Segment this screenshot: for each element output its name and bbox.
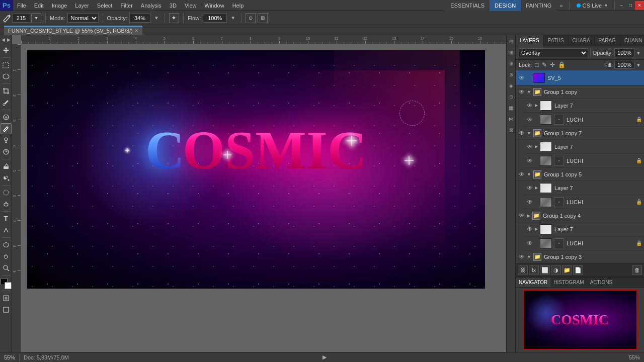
quick-mask-tool[interactable]	[1, 293, 12, 304]
workspace-painting[interactable]: PAINTING	[521, 0, 556, 11]
lock-all[interactable]: 🔒	[558, 61, 566, 68]
side-icon-9[interactable]: ⊠	[507, 126, 515, 134]
heal-tool[interactable]	[1, 112, 12, 123]
flow-input[interactable]	[203, 14, 227, 23]
path-tool[interactable]	[1, 225, 12, 236]
airbrush-toggle[interactable]: ✦	[169, 13, 179, 23]
side-icon-5[interactable]: ◈	[507, 81, 515, 89]
window-minimize[interactable]: –	[617, 1, 626, 10]
lock-transparent[interactable]: □	[535, 61, 538, 68]
side-icon-8[interactable]: ⋈	[507, 115, 515, 123]
layer-layer7a[interactable]: 👁 ▶ Layer 7	[524, 99, 644, 113]
expand-group1copy7[interactable]: ▼	[527, 131, 531, 136]
sub-tab-histogram[interactable]: HISTOGRAM	[550, 278, 587, 287]
menu-image[interactable]: Image	[48, 0, 71, 11]
expand-group1copy[interactable]: ▼	[527, 89, 531, 95]
dodge-tool[interactable]	[1, 199, 12, 210]
eye-luchi2[interactable]: 👁	[526, 157, 534, 165]
layer-luchi2[interactable]: 👁 ▪ LUCHI 🔒	[524, 154, 644, 168]
menu-help[interactable]: Help	[228, 0, 248, 11]
layer-group-btn[interactable]: 📁	[562, 265, 572, 275]
layer-luchi4[interactable]: 👁 ▪ LUCHI 🔒	[524, 236, 644, 250]
lock-image[interactable]: ✎	[542, 61, 547, 68]
3d-tool[interactable]	[1, 239, 12, 250]
side-icon-3[interactable]: ⊕	[507, 59, 515, 67]
layer-layer7d[interactable]: 👁 ▶ Layer 7	[524, 222, 644, 236]
marquee-tool[interactable]	[1, 59, 12, 70]
blend-mode-select[interactable]: Overlay Normal Multiply Screen	[519, 48, 588, 57]
eye-group1copy7[interactable]: 👁	[518, 129, 526, 137]
layer-group1copy[interactable]: 👁 ▼ 📁 Group 1 copy	[516, 85, 644, 99]
layer-adj-btn[interactable]: ◑	[551, 265, 561, 275]
menu-select[interactable]: Select	[93, 0, 117, 11]
sub-tab-navigator[interactable]: NAVIGATOR	[516, 278, 550, 287]
eyedropper-tool[interactable]	[1, 97, 12, 108]
file-tab-item[interactable]: FUNNY_COSMIC_STYLE @ 55% (SV_5, RGB/8/) …	[4, 26, 142, 35]
layer-sv5[interactable]: 👁 SV_5	[516, 70, 644, 85]
expand-group1copy4[interactable]: ▶	[527, 213, 530, 218]
eye-layer7a[interactable]: 👁	[526, 102, 534, 110]
menu-view[interactable]: View	[181, 0, 201, 11]
zoom-tool[interactable]	[1, 262, 12, 274]
side-icon-4[interactable]: ⊗	[507, 70, 515, 78]
side-icon-7[interactable]: ▦	[507, 104, 515, 112]
opacity-arrow[interactable]: ▼	[152, 14, 160, 22]
eye-group1copy3[interactable]: 👁	[518, 253, 526, 261]
menu-3d[interactable]: 3D	[166, 0, 181, 11]
expand-group1copy5[interactable]: ▼	[527, 172, 531, 177]
fill-stepper[interactable]: ▼	[636, 62, 641, 68]
brush-size-input[interactable]	[12, 14, 30, 23]
type-tool[interactable]: T	[1, 213, 12, 224]
blur-tool[interactable]	[1, 187, 12, 198]
side-icon-2[interactable]: ⊞	[507, 48, 515, 56]
eye-layer7d[interactable]: 👁	[526, 225, 534, 233]
opacity-input[interactable]	[129, 14, 150, 23]
layer-luchi3[interactable]: 👁 ▪ LUCHI 🔒	[524, 195, 644, 209]
eye-group1copy[interactable]: 👁	[518, 88, 526, 96]
layer-new-btn[interactable]: 📄	[573, 265, 583, 275]
eye-luchi3[interactable]: 👁	[526, 198, 534, 206]
menu-file[interactable]: File	[13, 0, 30, 11]
layer-link-btn[interactable]: ⛓	[518, 265, 528, 275]
tablet-pressure-btn[interactable]: ⊙	[246, 13, 256, 23]
layer-layer7c[interactable]: 👁 ▶ Layer 7	[524, 181, 644, 195]
layer-group1copy5[interactable]: 👁 ▼ 📁 Group 1 copy 5	[516, 168, 644, 181]
opacity-stepper[interactable]: ▼	[636, 50, 641, 56]
layer-group1copy4[interactable]: 👁 ▶ 📁 Group 1 copy 4	[516, 209, 644, 222]
eye-luchi1[interactable]: 👁	[526, 116, 534, 124]
window-close[interactable]: ×	[635, 1, 644, 10]
clone-align-btn[interactable]: ⊞	[258, 13, 268, 23]
menu-window[interactable]: Window	[201, 0, 228, 11]
mode-select[interactable]: Normal	[67, 14, 99, 23]
menu-filter[interactable]: Filter	[116, 0, 136, 11]
brush-options-btn[interactable]: ▼	[31, 13, 41, 23]
status-expand[interactable]: ▶	[323, 354, 327, 360]
panel-toggle[interactable]: ◀ ▶	[1, 36, 12, 43]
eye-layer7c[interactable]: 👁	[526, 184, 534, 192]
tab-paths[interactable]: PATHS	[544, 35, 569, 46]
history-tool[interactable]	[1, 146, 12, 157]
window-maximize[interactable]: □	[626, 1, 635, 10]
layer-group1copy3[interactable]: 👁 ▼ 📁 Group 1 copy 3	[516, 250, 644, 263]
brush-tool[interactable]	[1, 123, 12, 134]
fill-input[interactable]	[614, 61, 634, 69]
expand-group1copy3[interactable]: ▼	[527, 254, 531, 259]
menu-edit[interactable]: Edit	[30, 0, 48, 11]
fg-bg-colors[interactable]	[1, 278, 12, 289]
paint-bucket-tool[interactable]	[1, 172, 12, 184]
clone-stamp-tool[interactable]	[1, 135, 12, 146]
layer-mask-btn[interactable]: ⬜	[540, 265, 550, 275]
file-tab-close[interactable]: ×	[135, 27, 138, 34]
lasso-tool[interactable]	[1, 71, 12, 82]
lock-position[interactable]: ✛	[550, 61, 555, 68]
layer-luchi1[interactable]: 👁 ▪ LUCHI 🔒	[524, 113, 644, 127]
eye-layer7b[interactable]: 👁	[526, 143, 534, 151]
eye-sv5[interactable]: 👁	[518, 74, 526, 82]
workspace-essentials[interactable]: ESSENTIALS	[445, 0, 490, 11]
workspace-expand[interactable]: »	[556, 0, 566, 11]
layer-group1copy7[interactable]: 👁 ▼ 📁 Group 1 copy 7	[516, 127, 644, 140]
tab-layers[interactable]: LAYERS	[516, 35, 544, 46]
tab-paragraph[interactable]: PARAG	[595, 35, 620, 46]
layer-delete-btn[interactable]: 🗑	[632, 265, 642, 275]
eye-group1copy4[interactable]: 👁	[518, 212, 526, 220]
